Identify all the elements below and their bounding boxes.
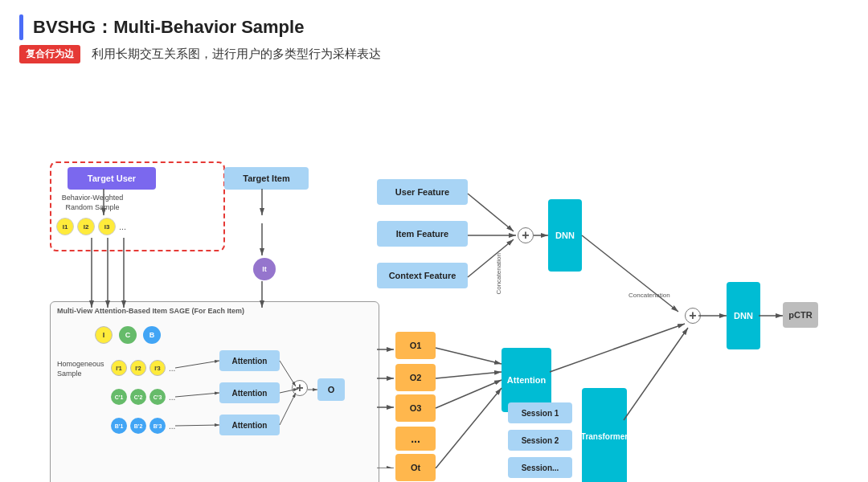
it-circle: It [253, 258, 276, 280]
svg-line-17 [550, 324, 685, 372]
icb-row: I C B [95, 326, 161, 344]
user-feature-box: User Feature [377, 179, 468, 205]
page-title: BVSHG：Multi-Behavior Sample [33, 15, 304, 39]
pCTR-box: pCTR [783, 302, 818, 328]
b-prime-row: B'1 B'2 B'3 ... [111, 418, 175, 434]
transformer-box: Transformer [582, 388, 627, 482]
svg-line-15 [436, 380, 502, 408]
c-prime-row: C'1 C'2 C'3 ... [111, 389, 175, 405]
svg-line-27 [175, 425, 219, 426]
svg-line-12 [582, 235, 678, 312]
i-circle: I [95, 326, 113, 344]
ot-box: Ot [395, 454, 436, 481]
svg-line-14 [436, 372, 502, 378]
c3p-circle: C'3 [149, 389, 166, 405]
concatenation-label2: Concatenation [628, 292, 670, 299]
context-feature-box: Context Feature [377, 263, 468, 288]
target-user-box: Target User [68, 167, 156, 190]
item-dots: ... [119, 222, 126, 231]
i1-circle: I1 [56, 218, 74, 235]
session-dots-box: Session... [508, 457, 572, 478]
o2-box: O2 [395, 364, 436, 391]
plus-sign-concat: + [518, 227, 534, 243]
svg-line-24 [624, 328, 688, 420]
subtitle-text: 利用长期交互关系图，进行用户的多类型行为采样表达 [92, 47, 381, 62]
svg-line-25 [175, 361, 219, 368]
target-item-box: Target Item [224, 167, 309, 190]
svg-line-8 [468, 194, 514, 231]
svg-line-13 [436, 348, 502, 364]
c-circle: C [119, 326, 137, 344]
svg-line-30 [280, 393, 296, 425]
plus-sign-concat2: + [685, 308, 701, 324]
multiview-label: Multi-View Attention-Based Item SAGE (Fo… [57, 307, 244, 315]
c-prime-dots: ... [169, 393, 175, 402]
o3-box: O3 [395, 394, 436, 422]
svg-line-16 [436, 388, 502, 468]
i3-circle: I3 [98, 218, 116, 235]
page-container: BVSHG：Multi-Behavior Sample 复合行为边 利用长期交互… [0, 0, 868, 482]
item-circles-row: I1 I2 I3 ... [56, 218, 126, 235]
session1-box: Session 1 [508, 402, 572, 423]
behavior-weighted-label: Behavior-Weighted Random Sample [56, 194, 129, 212]
b3p-circle: B'3 [149, 418, 166, 434]
i2p-circle: I'2 [130, 360, 146, 376]
i1p-circle: I'1 [111, 360, 127, 376]
item-feature-box: Item Feature [377, 221, 468, 247]
c1p-circle: C'1 [111, 389, 127, 405]
b1p-circle: B'1 [111, 418, 127, 434]
diagram: Target User Behavior-Weighted Random Sam… [19, 75, 849, 468]
badge-red: 复合行为边 [19, 45, 80, 63]
b-prime-dots: ... [169, 422, 175, 431]
svg-line-10 [468, 239, 514, 277]
b-circle: B [143, 326, 161, 344]
plus-sign-mv: + [292, 380, 308, 396]
subtitle-row: 复合行为边 利用长期交互关系图，进行用户的多类型行为采样表达 [19, 45, 849, 63]
i-prime-row: I'1 I'2 I'3 ... [111, 360, 175, 376]
c2p-circle: C'2 [130, 389, 146, 405]
dnn-top-box: DNN [548, 199, 582, 272]
attention2-box: Attention [219, 382, 280, 403]
header-bar [19, 14, 23, 40]
header: BVSHG：Multi-Behavior Sample [19, 14, 849, 40]
session2-box: Session 2 [508, 430, 572, 451]
o1-box: O1 [395, 332, 436, 359]
i2-circle: I2 [77, 218, 95, 235]
attention1-box: Attention [219, 350, 280, 371]
dnn-right-box: DNN [727, 282, 760, 349]
concatenation-label: Concatenation [495, 253, 502, 295]
i-prime-dots: ... [169, 364, 175, 373]
dots-box: ... [395, 427, 436, 451]
homogeneous-label: Homogeneous Sample [57, 360, 105, 378]
b2p-circle: B'2 [130, 418, 146, 434]
multiview-container: Multi-View Attention-Based Item SAGE (Fo… [50, 301, 379, 482]
svg-line-26 [175, 393, 219, 397]
attention3-box: Attention [219, 415, 280, 435]
o-box: O [317, 378, 345, 401]
i3p-circle: I'3 [149, 360, 166, 376]
